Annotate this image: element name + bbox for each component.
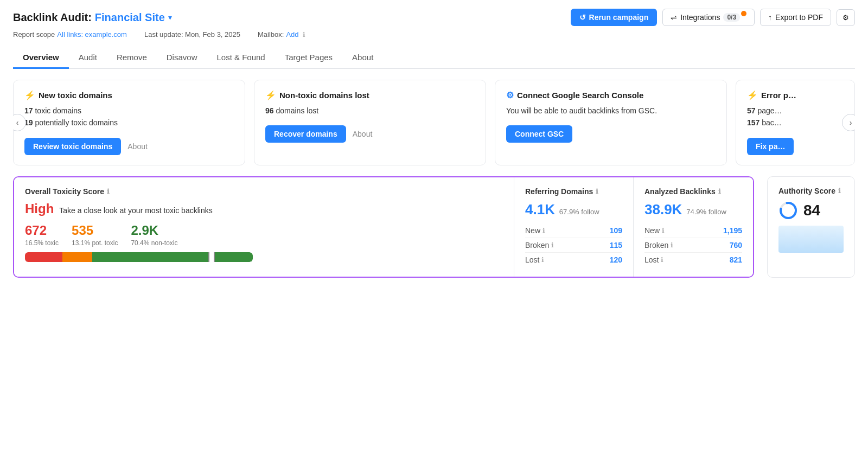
analyzed-backlinks-value-row: 38.9K 74.9% follow xyxy=(644,201,742,218)
chevron-down-icon[interactable]: ▾ xyxy=(168,13,172,22)
stats-section: Overall Toxicity Score ℹ High Take a clo… xyxy=(13,176,855,278)
export-pdf-button[interactable]: ↑ Export to PDF xyxy=(760,9,831,26)
authority-score-display: 84 xyxy=(778,201,844,220)
toxicity-numbers: 672 16.5% toxic 535 13.1% pot. toxic 2.9… xyxy=(25,223,503,247)
alert-card-toxic-domains: ⚡ New toxic domains 17 toxic domains 19 … xyxy=(13,80,245,165)
review-toxic-domains-button[interactable]: Review toxic domains xyxy=(24,138,121,155)
referring-domains-value-row: 4.1K 67.9% follow xyxy=(525,201,622,218)
card-actions-non-toxic: Recover domains About xyxy=(265,125,475,143)
authority-score-info-icon[interactable]: ℹ xyxy=(838,187,841,195)
new-info-icon[interactable]: ℹ xyxy=(542,227,545,234)
rerun-campaign-button[interactable]: ↺ Rerun campaign xyxy=(571,9,658,26)
referring-domains-follow: 67.9% follow xyxy=(559,208,599,216)
broken-bl-info-icon[interactable]: ℹ xyxy=(671,241,673,249)
table-row: Broken ℹ 760 xyxy=(644,238,742,252)
authority-score-card: Authority Score ℹ 84 xyxy=(767,176,855,278)
lost-bl-info-icon[interactable]: ℹ xyxy=(661,256,663,264)
report-scope-link[interactable]: All links: example.com xyxy=(57,30,127,39)
bolt-icon: ⚡ xyxy=(24,90,35,100)
authority-score-value: 84 xyxy=(803,202,820,219)
card-title-gsc: ⚙ Connect Google Search Console xyxy=(506,90,716,100)
analyzed-backlinks-follow: 74.9% follow xyxy=(686,208,726,216)
export-icon: ↑ xyxy=(768,13,772,22)
progress-orange-segment xyxy=(62,252,92,262)
connect-gsc-button[interactable]: Connect GSC xyxy=(506,125,572,143)
card-body-toxic: 17 toxic domains 19 potentially toxic do… xyxy=(24,105,234,129)
bolt-icon-2: ⚡ xyxy=(265,90,276,100)
bolt-icon-3: ⚡ xyxy=(747,90,758,100)
alert-card-connect-gsc: ⚙ Connect Google Search Console You will… xyxy=(495,80,727,165)
alert-cards-row: ‹ ⚡ New toxic domains 17 toxic domains 1… xyxy=(13,80,855,165)
card-title-error: ⚡ Error p… xyxy=(747,90,844,100)
tab-about[interactable]: About xyxy=(342,47,383,69)
recover-domains-button[interactable]: Recover domains xyxy=(265,125,346,143)
authority-sparkline xyxy=(778,226,844,253)
last-update: Last update: Mon, Feb 3, 2025 xyxy=(144,30,240,39)
toxicity-level-row: High Take a close look at your most toxi… xyxy=(25,201,503,216)
card-body-error: 57 page… 157 bac… xyxy=(747,105,844,129)
analyzed-backlinks-info-icon[interactable]: ℹ xyxy=(718,188,721,195)
card-actions-gsc: Connect GSC xyxy=(506,125,716,143)
broken-info-icon[interactable]: ℹ xyxy=(551,241,554,249)
referring-domains-card: Referring Domains ℹ 4.1K 67.9% follow Ne… xyxy=(514,177,634,277)
gear-icon-gsc: ⚙ xyxy=(506,90,514,100)
card-actions-error: Fix pa… xyxy=(747,138,844,155)
referring-domains-title: Referring Domains ℹ xyxy=(525,187,622,196)
tab-overview[interactable]: Overview xyxy=(13,47,69,69)
report-scope-label: Report scope xyxy=(13,30,55,39)
card-title-non-toxic: ⚡ Non-toxic domains lost xyxy=(265,90,475,100)
subheader: Report scope All links: example.com Last… xyxy=(13,30,855,39)
progress-cursor xyxy=(208,252,215,262)
toxic-count: 672 16.5% toxic xyxy=(25,223,59,247)
table-row: New ℹ 109 xyxy=(525,223,622,238)
tab-target-pages[interactable]: Target Pages xyxy=(275,47,342,69)
pot-toxic-count: 535 13.1% pot. toxic xyxy=(72,223,118,247)
alert-card-error-pages: ⚡ Error p… 57 page… 157 bac… Fix pa… xyxy=(736,80,855,165)
purple-stats-box: Overall Toxicity Score ℹ High Take a clo… xyxy=(13,176,754,278)
carousel-next-button[interactable]: › xyxy=(842,114,855,131)
table-row: Lost ℹ 821 xyxy=(644,252,742,267)
card-body-gsc: You will be able to audit backlinks from… xyxy=(506,105,716,117)
referring-domains-info-icon[interactable]: ℹ xyxy=(596,188,598,195)
toxicity-info-icon[interactable]: ℹ xyxy=(107,188,110,195)
toxicity-score-card: Overall Toxicity Score ℹ High Take a clo… xyxy=(14,177,514,277)
card-actions-toxic: Review toxic domains About xyxy=(24,138,234,155)
card-body-non-toxic: 96 domains lost xyxy=(265,105,475,117)
analyzed-backlinks-table: New ℹ 1,195 Broken ℹ 760 Lost ℹ 821 xyxy=(644,223,742,267)
mailbox-label: Mailbox: xyxy=(258,30,284,39)
fix-pages-button[interactable]: Fix pa… xyxy=(747,138,794,155)
integrations-count: 0/3 xyxy=(723,13,740,22)
tab-disavow[interactable]: Disavow xyxy=(157,47,207,69)
progress-green-segment xyxy=(92,252,253,262)
integrations-icon: ⇌ xyxy=(671,13,677,22)
notification-dot xyxy=(741,11,746,16)
new-bl-info-icon[interactable]: ℹ xyxy=(662,227,665,234)
toxic-about-link[interactable]: About xyxy=(127,142,148,151)
toxicity-level: High xyxy=(25,201,54,216)
referring-domains-table: New ℹ 109 Broken ℹ 115 Lost ℹ 120 xyxy=(525,223,622,267)
toxicity-progress-bar xyxy=(25,252,253,262)
page-title-site: Financial Site xyxy=(95,11,165,24)
toxicity-title: Overall Toxicity Score ℹ xyxy=(25,187,503,196)
authority-circle-icon xyxy=(778,201,798,220)
alert-card-non-toxic-lost: ⚡ Non-toxic domains lost 96 domains lost… xyxy=(254,80,486,165)
analyzed-backlinks-value: 38.9K xyxy=(644,201,682,218)
nav-tabs: Overview Audit Remove Disavow Lost & Fou… xyxy=(13,47,855,69)
integrations-button[interactable]: ⇌ Integrations 0/3 xyxy=(662,9,755,26)
mailbox-add-link[interactable]: Add xyxy=(286,30,298,39)
toxicity-subtitle: Take a close look at your most toxic bac… xyxy=(59,206,212,215)
referring-domains-value: 4.1K xyxy=(525,201,555,218)
table-row: New ℹ 1,195 xyxy=(644,223,742,238)
rerun-icon: ↺ xyxy=(579,13,586,22)
lost-info-icon[interactable]: ℹ xyxy=(541,256,544,264)
mailbox-info-icon: ℹ xyxy=(303,31,305,39)
authority-score-title: Authority Score ℹ xyxy=(778,187,844,195)
settings-button[interactable]: ⚙ xyxy=(837,9,855,26)
recover-about-link[interactable]: About xyxy=(353,130,373,138)
tab-remove[interactable]: Remove xyxy=(107,47,157,69)
page-title-prefix: Backlink Audit: xyxy=(13,11,92,24)
tab-lost-found[interactable]: Lost & Found xyxy=(207,47,275,69)
tab-audit[interactable]: Audit xyxy=(69,47,107,69)
analyzed-backlinks-card: Analyzed Backlinks ℹ 38.9K 74.9% follow … xyxy=(634,177,753,277)
table-row: Broken ℹ 115 xyxy=(525,238,622,252)
